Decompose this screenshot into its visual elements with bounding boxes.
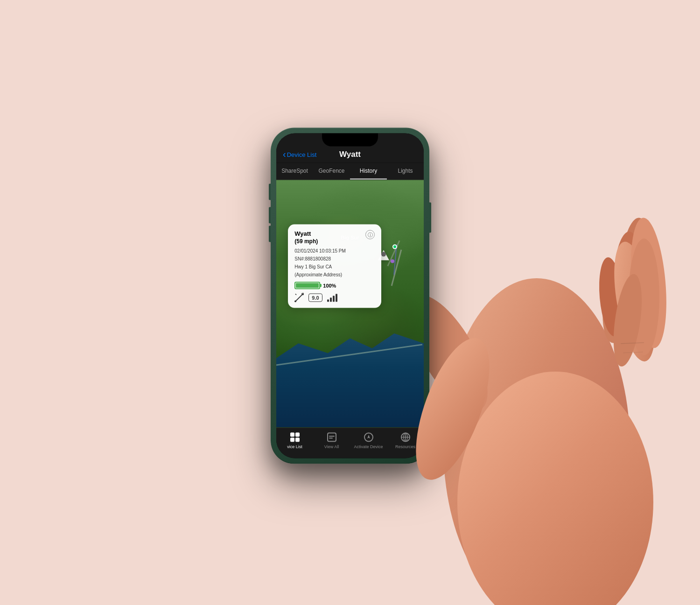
view-all-icon: [326, 432, 337, 443]
svg-rect-16: [329, 438, 333, 439]
svg-line-9: [295, 294, 296, 295]
nav-back-button[interactable]: Device List: [283, 150, 316, 159]
svg-rect-10: [290, 433, 294, 437]
phone-device: Device List Wyatt ShareSpot GeoFence His…: [271, 128, 429, 464]
svg-marker-18: [367, 435, 370, 439]
bottom-tab-device-list[interactable]: vice List: [276, 432, 313, 449]
phone-shell: Device List Wyatt ShareSpot GeoFence His…: [271, 128, 429, 464]
info-address: Hwy 1 Big Sur CA: [294, 263, 375, 270]
signal-icon: [327, 294, 337, 302]
info-serial: SN#:8881800828: [294, 255, 375, 262]
svg-line-6: [295, 294, 303, 302]
info-icon: ⓘ: [368, 231, 373, 238]
map-area[interactable]: Big Sur: [276, 180, 424, 428]
bottom-tab-view-all-label: View All: [324, 444, 339, 449]
bottom-tab-view-all[interactable]: View All: [313, 432, 350, 449]
notch: [322, 134, 378, 147]
svg-rect-13: [295, 438, 300, 442]
nav-title: Wyatt: [339, 150, 361, 159]
bottom-tab-activate-label: Activate Device: [354, 444, 383, 449]
signal-bar-2: [330, 298, 332, 302]
svg-rect-11: [295, 433, 300, 437]
battery-bar: [294, 282, 320, 289]
signal-bar-1: [327, 300, 329, 302]
battery-percentage: 100%: [323, 283, 336, 288]
info-detail-button[interactable]: ⓘ: [365, 230, 375, 239]
battery-fill: [296, 283, 319, 288]
tab-history[interactable]: History: [350, 163, 387, 180]
bottom-tab-activate[interactable]: Activate Device: [350, 432, 387, 449]
info-address-note: (Approximate Address): [294, 271, 375, 278]
info-card-title-block: Wyatt (59 mph): [294, 230, 318, 245]
bottom-tab-device-list-label: vice List: [287, 444, 302, 449]
signal-bar-3: [333, 296, 335, 302]
battery-row: 100%: [294, 282, 375, 289]
phone-screen: Device List Wyatt ShareSpot GeoFence His…: [276, 134, 424, 458]
version-number: 9.0: [312, 295, 319, 301]
scene: Device List Wyatt ShareSpot GeoFence His…: [0, 0, 700, 605]
nav-back-label: Device List: [287, 151, 317, 158]
hand-foreground: [415, 199, 672, 605]
device-list-icon: [289, 432, 301, 443]
bottom-bar: vice List View All: [276, 428, 424, 458]
svg-rect-14: [328, 433, 336, 442]
svg-point-8: [294, 301, 296, 302]
svg-rect-15: [329, 436, 335, 437]
bottom-tab-resources-label: Resources: [395, 444, 415, 449]
map-dot-waypoint: [391, 259, 394, 263]
info-datetime: 02/01/2024 10:03:15 PM: [294, 247, 375, 254]
track-icon: [294, 293, 304, 302]
map-dot-start: [392, 244, 397, 249]
icons-row: 9.0: [294, 293, 375, 302]
info-card[interactable]: Wyatt (59 mph) ⓘ 02/01/2024 10:03:15 PM …: [288, 225, 381, 308]
tab-lights[interactable]: Lights: [387, 163, 424, 180]
activate-device-icon: [363, 432, 374, 443]
version-badge: 9.0: [308, 294, 322, 302]
info-speed: (59 mph): [294, 238, 318, 245]
tab-geofence[interactable]: GeoFence: [313, 163, 350, 180]
resources-icon: [400, 432, 411, 443]
info-card-header: Wyatt (59 mph) ⓘ: [294, 230, 375, 245]
tab-sharespot[interactable]: ShareSpot: [276, 163, 313, 180]
svg-rect-12: [290, 438, 294, 442]
signal-bar-4: [336, 294, 337, 302]
tab-strip: ShareSpot GeoFence History Lights: [276, 163, 424, 180]
svg-point-23: [457, 372, 653, 605]
info-device-name: Wyatt: [294, 230, 318, 238]
